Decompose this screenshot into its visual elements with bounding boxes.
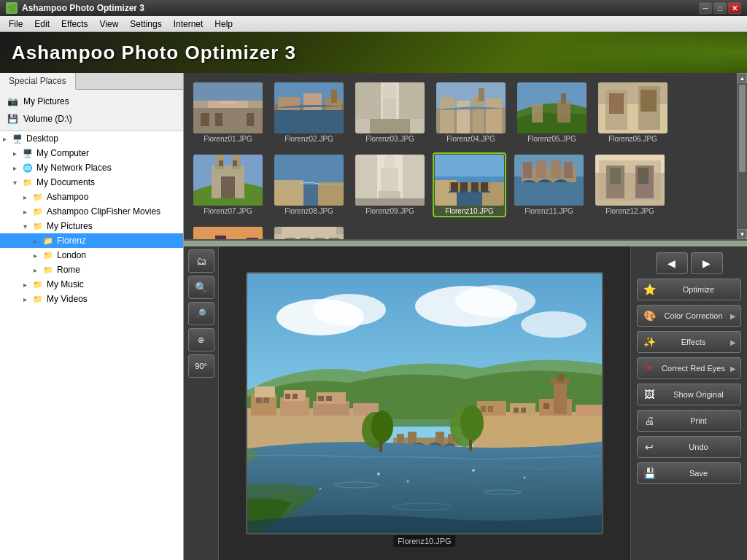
- svg-rect-25: [440, 97, 454, 133]
- svg-rect-70: [536, 160, 546, 178]
- svg-rect-110: [256, 397, 262, 403]
- color-correction-arrow: ▶: [730, 312, 736, 320]
- tree-item-my-videos[interactable]: ▸📁My Videos: [0, 292, 183, 306]
- tree-arrow: ▸: [34, 266, 42, 274]
- thumbnail-image: [435, 155, 504, 206]
- svg-point-143: [377, 472, 380, 475]
- tree-item-my-pictures[interactable]: ▾📁My Pictures: [0, 219, 183, 233]
- thumbnail-item[interactable]: Florenz08.JPG: [271, 151, 347, 219]
- svg-rect-31: [532, 104, 543, 122]
- thumbnail-item[interactable]: Florenz01.JPG: [190, 79, 266, 147]
- tree-item-florenz[interactable]: ▸📁Florenz: [0, 233, 183, 248]
- thumbnail-item[interactable]: Florenz09.JPG: [352, 151, 428, 219]
- menu-item-settings[interactable]: Settings: [124, 18, 167, 31]
- thumbnails-scrollbar[interactable]: ▲ ▼: [737, 73, 747, 239]
- thumbnail-item[interactable]: Florenz03.JPG: [352, 79, 428, 147]
- quick-my-pictures[interactable]: 📷 My Pictures: [0, 93, 183, 110]
- correct-red-arrow: ▶: [730, 365, 736, 373]
- svg-rect-71: [551, 160, 561, 178]
- thumbnail-item[interactable]: Florenz04.JPG: [433, 79, 509, 147]
- svg-point-100: [455, 285, 535, 317]
- show-original-icon: 🖼: [642, 387, 657, 402]
- thumbnail-item[interactable]: Florenz07.JPG: [190, 151, 266, 219]
- tree-folder-icon: 📁: [32, 220, 44, 232]
- thumbnail-image: [193, 155, 263, 206]
- next-button[interactable]: ▶: [691, 252, 723, 274]
- show-original-button[interactable]: 🖼 Show Original: [637, 384, 741, 405]
- horizontal-splitter[interactable]: [184, 241, 747, 246]
- svg-rect-120: [576, 405, 603, 416]
- thumbnail-label: Florenz02.JPG: [285, 135, 333, 143]
- optimize-button[interactable]: ⭐ Optimize: [637, 279, 741, 300]
- menu-item-file[interactable]: File: [3, 18, 28, 31]
- menu-item-internet[interactable]: Internet: [168, 18, 209, 31]
- zoom-in-tool[interactable]: 🔍: [188, 276, 214, 299]
- prev-button[interactable]: ◀: [656, 252, 688, 274]
- thumbnail-item[interactable]: Florenz13.JPG: [190, 223, 266, 241]
- save-button[interactable]: 💾 Save: [637, 462, 741, 484]
- browse-tool[interactable]: 🗂: [188, 249, 214, 273]
- thumbnail-image: [355, 155, 425, 206]
- tree-item-label: Rome: [57, 265, 80, 275]
- zoom-out-tool[interactable]: 🔎: [188, 302, 214, 325]
- quick-volume-label: Volume (D:\): [23, 114, 72, 124]
- fit-tool[interactable]: ⊕: [188, 328, 214, 351]
- undo-button[interactable]: ↩ Undo: [637, 436, 741, 458]
- close-button[interactable]: ✕: [728, 2, 741, 14]
- tree-item-my-documents[interactable]: ▾📁My Documents: [0, 175, 183, 190]
- tree-arrow: ▾: [23, 222, 32, 230]
- svg-point-147: [320, 488, 322, 490]
- thumbnail-item[interactable]: Florenz06.JPG: [595, 79, 671, 147]
- thumbnail-label: Florenz12.JPG: [605, 207, 654, 215]
- svg-rect-5: [201, 113, 209, 126]
- thumbnail-item[interactable]: Florenz12.JPG: [592, 151, 668, 219]
- svg-rect-127: [521, 408, 526, 413]
- maximize-button[interactable]: □: [713, 2, 727, 14]
- tree-item-my-network-places[interactable]: ▸🌐My Network Places: [0, 160, 183, 175]
- tree-arrow: ▸: [34, 237, 42, 245]
- minimize-button[interactable]: ─: [699, 2, 712, 14]
- svg-rect-7: [247, 113, 254, 126]
- menu-item-effects[interactable]: Effects: [55, 18, 93, 31]
- correct-red-button[interactable]: 👁 Correct Red Eyes ▶: [637, 357, 741, 379]
- tree-item-ashampoo-clipfisher-movies[interactable]: ▸📁Ashampoo ClipFisher Movies: [0, 204, 183, 219]
- rotate-tool[interactable]: 90°: [188, 354, 214, 378]
- tree-item-my-computer[interactable]: ▸🖥️My Computer: [0, 146, 183, 160]
- svg-point-53: [384, 155, 395, 169]
- svg-rect-44: [219, 160, 223, 166]
- tab-special-places[interactable]: Special Places: [0, 73, 76, 90]
- tree-item-london[interactable]: ▸📁London: [0, 248, 183, 262]
- thumbnail-item[interactable]: Florenz05.JPG: [514, 79, 590, 147]
- print-button[interactable]: 🖨 Print: [637, 410, 741, 432]
- tree-item-my-music[interactable]: ▸📁My Music: [0, 277, 183, 292]
- tree-item-desktop[interactable]: ▸🖥️Desktop: [0, 131, 183, 146]
- scroll-track: [738, 83, 747, 229]
- menu-item-help[interactable]: Help: [209, 18, 239, 31]
- menu-item-edit[interactable]: Edit: [28, 18, 55, 31]
- color-correction-button[interactable]: 🎨 Color Correction ▶: [637, 305, 741, 327]
- svg-rect-92: [329, 238, 339, 241]
- svg-rect-32: [557, 101, 570, 122]
- quick-volume-d[interactable]: 💾 Volume (D:\): [0, 110, 183, 128]
- thumbnail-item[interactable]: Florenz02.JPG: [271, 79, 347, 147]
- thumbnail-label: Florenz06.JPG: [608, 135, 657, 143]
- tree-item-ashampoo[interactable]: ▸📁Ashampoo: [0, 190, 183, 204]
- scroll-up[interactable]: ▲: [738, 73, 747, 83]
- menu-item-view[interactable]: View: [94, 18, 125, 31]
- tree-item-label: My Pictures: [47, 221, 93, 231]
- svg-point-98: [313, 294, 386, 326]
- thumbnail-item[interactable]: Florenz14.JPG: [271, 223, 347, 241]
- svg-rect-58: [435, 155, 504, 176]
- scroll-down[interactable]: ▼: [738, 229, 747, 239]
- right-area: Florenz01.JPGFlorenz02.JPGFlorenz03.JPGF…: [184, 73, 747, 560]
- app-icon: 🌿: [6, 2, 18, 14]
- quick-pictures-label: My Pictures: [23, 96, 69, 106]
- thumbnail-image: [193, 82, 263, 133]
- thumbnail-item[interactable]: Florenz10.JPG: [433, 152, 506, 217]
- scroll-thumb: [739, 85, 746, 172]
- tree-item-rome[interactable]: ▸📁Rome: [0, 262, 183, 277]
- bottom-area: 🗂 🔍 🔎 ⊕ 90°: [184, 246, 747, 560]
- thumbnail-item[interactable]: Florenz11.JPG: [511, 151, 587, 219]
- effects-button[interactable]: ✨ Effects ▶: [637, 331, 741, 353]
- tree-arrow: ▸: [13, 149, 22, 158]
